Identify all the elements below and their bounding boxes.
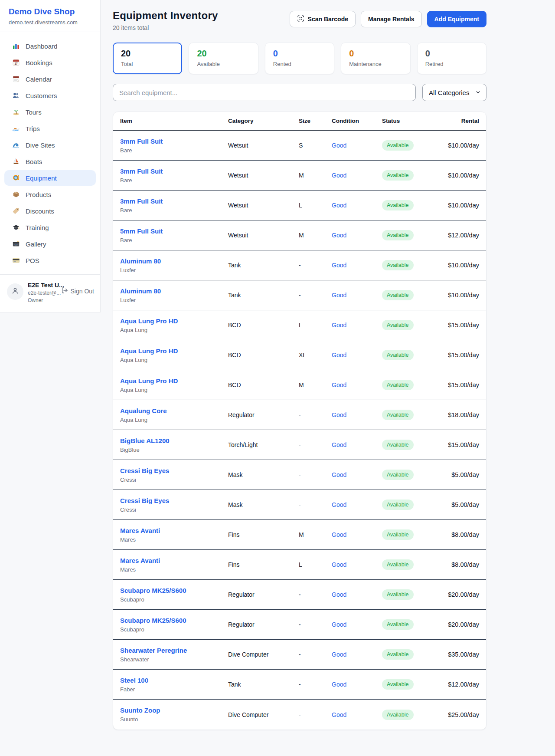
sidebar-item-tours[interactable]: Tours bbox=[4, 104, 96, 120]
table-row[interactable]: Cressi Big Eyes Cressi Mask - Good Avail… bbox=[113, 460, 486, 490]
item-name-link[interactable]: Mares Avanti bbox=[120, 527, 228, 534]
table-row[interactable]: Aqua Lung Pro HD Aqua Lung BCD L Good Av… bbox=[113, 310, 486, 340]
sidebar-item-calendar[interactable]: Calendar bbox=[4, 71, 96, 87]
sidebar-item-label: Products bbox=[26, 191, 51, 198]
item-name-link[interactable]: Cressi Big Eyes bbox=[120, 467, 228, 474]
item-condition-link[interactable]: Good bbox=[332, 381, 382, 388]
item-name-link[interactable]: Shearwater Peregrine bbox=[120, 647, 228, 654]
item-name-link[interactable]: 3mm Full Suit bbox=[120, 168, 228, 175]
item-condition-link[interactable]: Good bbox=[332, 681, 382, 688]
item-name-link[interactable]: Aluminum 80 bbox=[120, 257, 228, 265]
item-name-link[interactable]: Suunto Zoop bbox=[120, 707, 228, 714]
sidebar-item-dashboard[interactable]: Dashboard bbox=[4, 38, 96, 54]
item-name-link[interactable]: Aqualung Core bbox=[120, 407, 228, 414]
item-condition-link[interactable]: Good bbox=[332, 292, 382, 299]
table-row[interactable]: Scubapro MK25/S600 Scubapro Regulator - … bbox=[113, 580, 486, 610]
table-row[interactable]: Scubapro MK25/S600 Scubapro Regulator - … bbox=[113, 610, 486, 640]
table-row[interactable]: Aluminum 80 Luxfer Tank - Good Available… bbox=[113, 280, 486, 310]
sidebar-item-trips[interactable]: Trips bbox=[4, 121, 96, 136]
item-name-link[interactable]: Cressi Big Eyes bbox=[120, 497, 228, 504]
sidebar-item-bookings[interactable]: 17 Bookings bbox=[4, 55, 96, 70]
sidebar-item-discounts[interactable]: Discounts bbox=[4, 203, 96, 219]
status-badge: Available bbox=[382, 710, 414, 720]
item-brand: Aqua Lung bbox=[120, 387, 228, 393]
item-name-link[interactable]: Scubapro MK25/S600 bbox=[120, 617, 228, 624]
item-condition-link[interactable]: Good bbox=[332, 202, 382, 209]
stat-card-maintenance[interactable]: 0 Maintenance bbox=[341, 43, 410, 74]
sidebar-item-customers[interactable]: Customers bbox=[4, 88, 96, 103]
table-row[interactable]: 5mm Full Suit Bare Wetsuit M Good Availa… bbox=[113, 220, 486, 250]
item-condition-link[interactable]: Good bbox=[332, 591, 382, 598]
item-condition-link[interactable]: Good bbox=[332, 711, 382, 718]
item-size: XL bbox=[299, 352, 332, 358]
sidebar-item-training[interactable]: Training bbox=[4, 220, 96, 235]
item-condition-link[interactable]: Good bbox=[332, 501, 382, 508]
table-row[interactable]: Aqua Lung Pro HD Aqua Lung BCD M Good Av… bbox=[113, 370, 486, 400]
item-condition-link[interactable]: Good bbox=[332, 322, 382, 329]
item-condition-link[interactable]: Good bbox=[332, 651, 382, 658]
stat-card-rented[interactable]: 0 Rented bbox=[265, 43, 334, 74]
status-badge: Available bbox=[382, 440, 414, 450]
item-name-link[interactable]: Aluminum 80 bbox=[120, 287, 228, 295]
item-condition-link[interactable]: Good bbox=[332, 621, 382, 628]
item-condition-link[interactable]: Good bbox=[332, 531, 382, 538]
filters-row: All Categories bbox=[113, 84, 486, 101]
item-condition-link[interactable]: Good bbox=[332, 441, 382, 448]
sidebar-item-pos[interactable]: POS bbox=[4, 253, 96, 268]
sidebar-item-dive-sites[interactable]: Dive Sites bbox=[4, 137, 96, 153]
sidebar-item-products[interactable]: Products bbox=[4, 187, 96, 202]
status-badge: Available bbox=[382, 470, 414, 480]
item-condition-link[interactable]: Good bbox=[332, 561, 382, 568]
item-condition-link[interactable]: Good bbox=[332, 471, 382, 478]
item-condition-link[interactable]: Good bbox=[332, 142, 382, 149]
sidebar-item-gallery[interactable]: Gallery bbox=[4, 236, 96, 252]
item-name-link[interactable]: 3mm Full Suit bbox=[120, 197, 228, 205]
table-row[interactable]: Cressi Big Eyes Cressi Mask - Good Avail… bbox=[113, 490, 486, 520]
item-size: - bbox=[299, 591, 332, 598]
table-row[interactable]: Aluminum 80 Luxfer Tank - Good Available… bbox=[113, 250, 486, 280]
table-row[interactable]: Aqualung Core Aqua Lung Regulator - Good… bbox=[113, 400, 486, 430]
table-row[interactable]: 3mm Full Suit Bare Wetsuit L Good Availa… bbox=[113, 191, 486, 220]
table-row[interactable]: 3mm Full Suit Bare Wetsuit M Good Availa… bbox=[113, 161, 486, 191]
scan-barcode-button[interactable]: Scan Barcode bbox=[290, 11, 356, 27]
manage-rentals-button[interactable]: Manage Rentals bbox=[361, 11, 422, 27]
item-condition-link[interactable]: Good bbox=[332, 411, 382, 418]
item-condition-link[interactable]: Good bbox=[332, 352, 382, 358]
stat-card-retired[interactable]: 0 Retired bbox=[417, 43, 486, 74]
item-condition-link[interactable]: Good bbox=[332, 262, 382, 269]
table-row[interactable]: Mares Avanti Mares Fins L Good Available… bbox=[113, 550, 486, 580]
stat-card-total[interactable]: 20 Total bbox=[113, 43, 182, 74]
item-name-link[interactable]: Steel 100 bbox=[120, 677, 228, 684]
item-rental-rate: $15.00/day bbox=[434, 381, 479, 388]
item-name-link[interactable]: Scubapro MK25/S600 bbox=[120, 587, 228, 594]
item-name-link[interactable]: Mares Avanti bbox=[120, 557, 228, 564]
item-name-link[interactable]: Aqua Lung Pro HD bbox=[120, 317, 228, 325]
search-input[interactable] bbox=[113, 84, 416, 101]
table-row[interactable]: Steel 100 Faber Tank - Good Available $1… bbox=[113, 670, 486, 700]
table-row[interactable]: Suunto Zoop Suunto Dive Computer - Good … bbox=[113, 700, 486, 730]
sign-out-button[interactable]: Sign Out bbox=[61, 287, 94, 295]
stat-card-available[interactable]: 20 Available bbox=[189, 43, 258, 74]
item-condition-link[interactable]: Good bbox=[332, 172, 382, 179]
item-name-link[interactable]: BigBlue AL1200 bbox=[120, 437, 228, 444]
table-row[interactable]: 3mm Full Suit Bare Wetsuit S Good Availa… bbox=[113, 131, 486, 161]
item-name-link[interactable]: 3mm Full Suit bbox=[120, 138, 228, 145]
item-brand: BigBlue bbox=[120, 447, 228, 453]
status-badge: Available bbox=[382, 559, 414, 570]
table-row[interactable]: BigBlue AL1200 BigBlue Torch/Light - Goo… bbox=[113, 430, 486, 460]
category-select[interactable]: All Categories bbox=[422, 84, 486, 101]
stat-label: Rented bbox=[273, 61, 326, 67]
table-row[interactable]: Mares Avanti Mares Fins M Good Available… bbox=[113, 520, 486, 550]
sidebar-item-boats[interactable]: Boats bbox=[4, 154, 96, 169]
status-badge: Available bbox=[382, 320, 414, 330]
item-name-link[interactable]: Aqua Lung Pro HD bbox=[120, 347, 228, 355]
table-row[interactable]: Shearwater Peregrine Shearwater Dive Com… bbox=[113, 640, 486, 670]
add-equipment-button[interactable]: Add Equipment bbox=[427, 11, 486, 27]
sidebar-item-equipment[interactable]: Equipment bbox=[4, 170, 96, 186]
item-name-link[interactable]: 5mm Full Suit bbox=[120, 227, 228, 235]
stat-value: 0 bbox=[425, 49, 478, 59]
item-size: - bbox=[299, 621, 332, 628]
item-name-link[interactable]: Aqua Lung Pro HD bbox=[120, 377, 228, 385]
item-condition-link[interactable]: Good bbox=[332, 232, 382, 239]
table-row[interactable]: Aqua Lung Pro HD Aqua Lung BCD XL Good A… bbox=[113, 340, 486, 370]
